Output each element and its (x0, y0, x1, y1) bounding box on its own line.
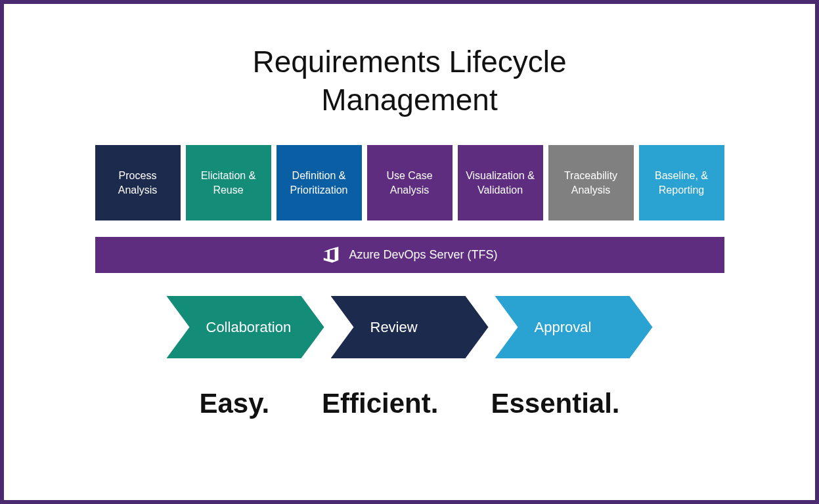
diagram-title: Requirements LifecycleManagement (252, 43, 566, 119)
tile-definition-prioritization: Definition & Prioritization (277, 145, 362, 220)
tagline-easy: Easy. (199, 388, 269, 419)
tile-process-analysis: Process Analysis (95, 145, 181, 220)
platform-bar: Azure DevOps Server (TFS) (95, 237, 724, 273)
azure-devops-icon (321, 245, 341, 265)
tile-use-case-analysis: Use Case Analysis (367, 145, 453, 220)
tile-traceability-analysis: Traceability Analysis (548, 145, 634, 220)
tagline-efficient: Efficient. (322, 388, 438, 419)
chevron-review: Review (331, 296, 489, 358)
tagline-essential: Essential. (491, 388, 619, 419)
chevron-approval: Approval (495, 296, 653, 358)
tagline-row: Easy. Efficient. Essential. (199, 388, 619, 419)
tile-visualization-validation: Visualization & Validation (458, 145, 543, 220)
process-chevrons: Collaboration Review Approval (167, 296, 653, 358)
platform-label: Azure DevOps Server (TFS) (349, 248, 497, 262)
chevron-collaboration: Collaboration (167, 296, 324, 358)
capability-tiles-row: Process Analysis Elicitation & Reuse Def… (95, 145, 724, 220)
diagram-frame: Requirements LifecycleManagement Process… (0, 0, 819, 504)
tile-baseline-reporting: Baseline, & Reporting (639, 145, 724, 220)
tile-elicitation-reuse: Elicitation & Reuse (186, 145, 271, 220)
